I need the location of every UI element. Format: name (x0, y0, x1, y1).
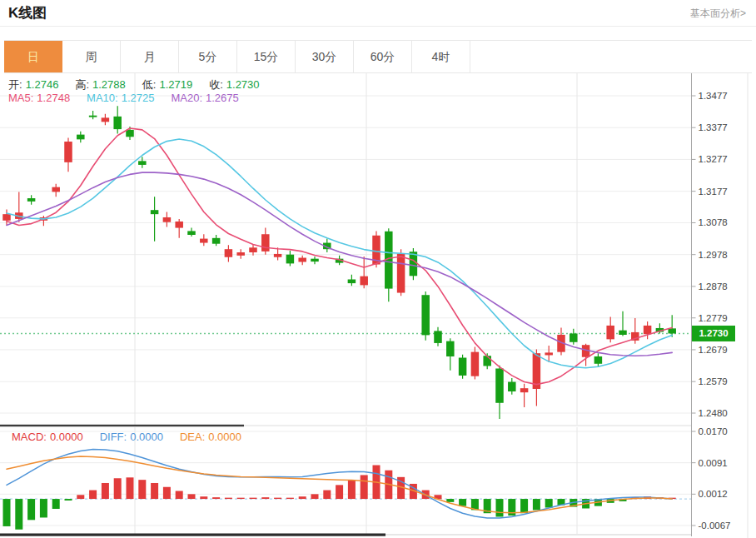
macd-histogram-bar (77, 495, 84, 499)
candle-body (52, 187, 59, 192)
candlestick-macd-chart[interactable]: 1.34771.33771.32771.31771.30781.29781.28… (0, 73, 756, 538)
current-price-badge-label: 1.2730 (699, 328, 728, 338)
ohlc-readout: 开:1.2746高:1.2788低:1.2719收:1.2730 (8, 77, 276, 92)
candle-body (89, 116, 97, 117)
macd-histogram-bar (336, 485, 343, 499)
ohlc-close: 收:1.2730 (209, 78, 262, 91)
candle-body (397, 254, 405, 293)
timeframe-tabs: 日周月5分15分30分60分4时 (4, 40, 752, 73)
macd-histogram-bar (274, 498, 281, 499)
candle-body (434, 331, 442, 343)
price-tick-label: 1.2878 (699, 281, 728, 291)
candle-body (508, 382, 516, 391)
candle-body (421, 295, 430, 335)
candle-body (545, 352, 553, 355)
tab-60min[interactable]: 60分 (354, 41, 412, 72)
macd-tick-label: 0.0091 (699, 458, 728, 468)
candle-body (163, 217, 172, 222)
macd-histogram-bar (286, 498, 294, 499)
candle-body (27, 198, 36, 202)
tab-4hour[interactable]: 4时 (412, 41, 470, 72)
tab-15min[interactable]: 15分 (237, 41, 296, 72)
macd-histogram-bar (151, 483, 158, 499)
candle-body (619, 331, 627, 335)
macd-histogram-bar (459, 499, 466, 506)
macd-readout: MACD:0.0000DIFF:0.0000DEA:0.0000 (12, 431, 258, 443)
macd-histogram-bar (299, 496, 306, 499)
price-tick-label: 1.3277 (699, 154, 728, 164)
macd-tick-label: -0.0067 (699, 521, 731, 531)
macd-histogram-bar (52, 499, 60, 509)
macd-histogram-bar (225, 498, 232, 499)
macd-histogram-bar (496, 499, 504, 516)
tab-week[interactable]: 周 (62, 41, 121, 72)
candle-body (236, 252, 245, 256)
candle-body (77, 135, 85, 140)
macd-tick-label: 0.0012 (699, 489, 728, 499)
ma5-readout: MA5:1.2748 (8, 92, 73, 104)
candle-body (348, 279, 356, 283)
dea-readout: DEA:0.0000 (180, 431, 245, 443)
price-tick-label: 1.2978 (699, 250, 728, 260)
candle-body (298, 258, 306, 262)
candle-body (64, 142, 72, 162)
widget-header: K线图 基本面分析> (0, 0, 756, 27)
candle-body (471, 352, 480, 376)
price-pane-scrollbar[interactable] (0, 425, 244, 426)
price-tick-label: 1.2480 (699, 408, 728, 418)
candle-body (520, 388, 529, 392)
macd-histogram-bar (27, 499, 35, 520)
macd-histogram-bar (250, 498, 257, 499)
macd-histogram-bar (348, 480, 356, 499)
price-tick-label: 1.2579 (699, 376, 728, 386)
macd-readout: MACD:0.0000 (12, 431, 87, 443)
price-tick-label: 1.3078 (699, 217, 728, 227)
candle-body (311, 259, 319, 262)
candle-body (360, 276, 368, 286)
candle-body (459, 358, 467, 376)
diff-readout: DIFF:0.0000 (100, 431, 167, 443)
macd-histogram-bar (3, 499, 11, 526)
macd-histogram-bar (200, 496, 207, 499)
fundamental-analysis-link[interactable]: 基本面分析> (690, 7, 746, 21)
macd-histogram-bar (102, 483, 109, 499)
macd-histogram-bar (361, 475, 368, 499)
ohlc-high: 高:1.2788 (75, 78, 128, 91)
price-tick-label: 1.3377 (699, 122, 728, 132)
candle-body (495, 368, 504, 402)
candle-body (200, 239, 208, 243)
candle-body (138, 161, 147, 165)
macd-histogram-bar (446, 499, 454, 502)
macd-pane-scrollbar[interactable] (0, 534, 385, 536)
candle-body (594, 356, 603, 364)
macd-histogram-bar (520, 499, 528, 513)
macd-histogram-bar (114, 478, 122, 499)
page-title: K线图 (8, 3, 47, 22)
macd-histogram-bar (323, 491, 331, 499)
candle-body (225, 249, 233, 257)
candle-body (606, 326, 614, 339)
macd-histogram-bar (212, 497, 220, 499)
tab-30min[interactable]: 30分 (296, 41, 354, 72)
candle-body (151, 210, 159, 214)
price-tick-label: 1.2679 (699, 345, 728, 355)
candle-body (261, 234, 270, 252)
price-tick-label: 1.3177 (699, 187, 728, 197)
macd-histogram-bar (127, 477, 134, 499)
macd-histogram-bar (311, 494, 319, 499)
tab-month[interactable]: 月 (121, 41, 179, 72)
macd-histogram-bar (188, 494, 196, 499)
candle-body (126, 130, 134, 137)
candle-body (569, 333, 578, 341)
ohlc-open: 开:1.2746 (8, 78, 62, 91)
macd-histogram-bar (533, 499, 540, 510)
candle-body (286, 255, 295, 264)
candle-body (2, 214, 11, 221)
macd-histogram-bar (138, 480, 146, 499)
ma20-readout: MA20:1.2675 (171, 92, 241, 104)
macd-tick-label: 0.0170 (699, 426, 728, 436)
macd-histogram-bar (40, 499, 47, 517)
tab-5min[interactable]: 5分 (179, 41, 237, 72)
tab-day[interactable]: 日 (4, 41, 62, 72)
kline-chart-area: 开:1.2746高:1.2788低:1.2719收:1.2730 MA5:1.2… (0, 73, 756, 538)
